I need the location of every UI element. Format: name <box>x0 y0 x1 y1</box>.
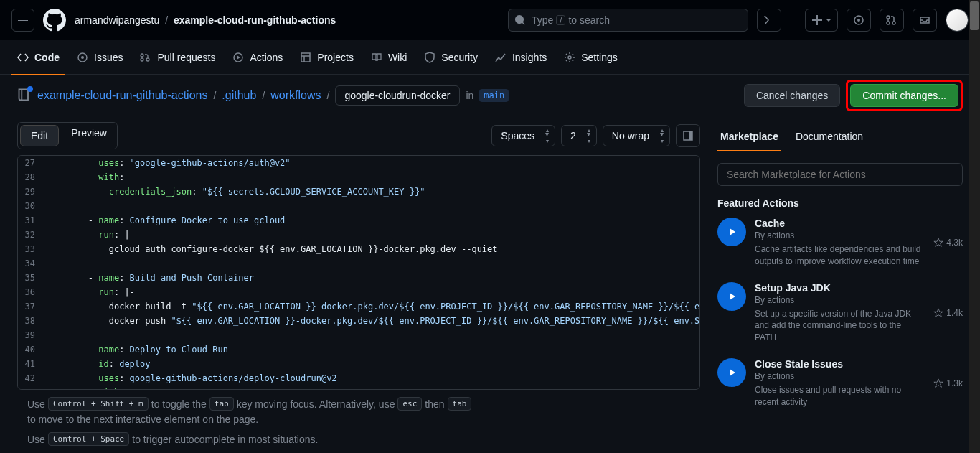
nav-actions[interactable]: Actions <box>227 46 288 69</box>
nav-settings[interactable]: Settings <box>558 46 623 69</box>
code-line[interactable]: 30 <box>18 199 699 213</box>
code-content[interactable]: uses: google-github-actions/deploy-cloud… <box>47 371 337 386</box>
cancel-button[interactable]: Cancel changes <box>744 84 840 107</box>
tab-preview[interactable]: Preview <box>61 123 117 149</box>
path-workflows[interactable]: workflows <box>270 89 321 102</box>
in-label: in <box>466 90 473 101</box>
search-icon <box>514 14 526 26</box>
help-line-1: UseControl + Shift + mto toggle thetabke… <box>17 390 700 432</box>
nav-issues[interactable]: Issues <box>71 46 128 69</box>
branch-badge[interactable]: main <box>479 89 509 102</box>
code-line[interactable]: 39 <box>18 328 699 342</box>
code-content[interactable]: - name: Deploy to Cloud Run <box>47 342 228 357</box>
nav-code[interactable]: Code <box>11 46 65 69</box>
action-desc: Cache artifacts like dependencies and bu… <box>755 243 925 268</box>
action-card[interactable]: Close Stale IssuesBy actionsClose issues… <box>717 358 963 408</box>
path-github[interactable]: .github <box>222 89 256 102</box>
code-line[interactable]: 40 - name: Deploy to Cloud Run <box>18 342 699 357</box>
chevron-down-icon <box>826 17 831 23</box>
nav-pull-requests[interactable]: Pull requests <box>134 46 221 69</box>
code-line[interactable]: 27 uses: "google-github-actions/auth@v2" <box>18 156 699 170</box>
global-header: armandwipangestu / example-cloud-run-git… <box>0 0 980 40</box>
indent-mode-select[interactable]: Spaces▴▾ <box>491 125 555 146</box>
tab-marketplace[interactable]: Marketplace <box>717 122 781 151</box>
inbox-button[interactable] <box>913 9 937 32</box>
code-line[interactable]: 34 <box>18 256 699 271</box>
code-content[interactable]: with: <box>47 170 124 185</box>
code-content[interactable]: id: deploy <box>47 357 151 371</box>
edit-preview-tabs: Edit Preview <box>17 122 118 149</box>
indent-size-select[interactable]: 2▴▾ <box>561 125 597 146</box>
toggle-panel-button[interactable] <box>676 124 700 147</box>
global-search[interactable]: Type / to search <box>508 9 748 32</box>
line-number: 28 <box>18 170 47 185</box>
code-content[interactable]: - name: Configure Docker to use gcloud <box>47 213 285 228</box>
action-stars: 4.3k <box>933 218 963 268</box>
code-content[interactable]: docker build -t "${{ env.GAR_LOCATION }}… <box>47 299 700 314</box>
nav-insights[interactable]: Insights <box>489 46 552 69</box>
code-line[interactable]: 37 docker build -t "${{ env.GAR_LOCATION… <box>18 299 699 314</box>
line-number: 37 <box>18 299 47 314</box>
code-content[interactable]: - name: Build and Push Container <box>47 271 254 285</box>
code-content[interactable]: with: <box>47 386 124 390</box>
commit-button[interactable]: Commit changes... <box>850 84 958 107</box>
pull-requests-button[interactable] <box>880 9 904 32</box>
plus-icon <box>811 14 823 26</box>
nav-projects[interactable]: Projects <box>294 46 359 69</box>
code-line[interactable]: 38 docker push "${{ env.GAR_LOCATION }}-… <box>18 314 699 328</box>
code-line[interactable]: 43 with: <box>18 386 699 390</box>
line-number: 41 <box>18 357 47 371</box>
nav-wiki[interactable]: Wiki <box>365 46 413 69</box>
action-author: By actions <box>755 230 925 240</box>
code-line[interactable]: 31 - name: Configure Docker to use gclou… <box>18 213 699 228</box>
page-scrollbar[interactable] <box>969 0 980 453</box>
line-number: 31 <box>18 213 47 228</box>
line-number: 39 <box>18 328 47 342</box>
command-palette-button[interactable] <box>757 9 781 32</box>
code-line[interactable]: 29 credentials_json: "${{ secrets.GCLOUD… <box>18 185 699 199</box>
repo-nav: Code Issues Pull requests Actions Projec… <box>0 40 980 75</box>
code-content[interactable]: gcloud auth configure-docker ${{ env.GAR… <box>47 242 498 256</box>
code-editor[interactable]: 27 uses: "google-github-actions/auth@v2"… <box>17 155 700 390</box>
line-number: 29 <box>18 185 47 199</box>
svg-rect-5 <box>301 53 310 62</box>
inbox-icon <box>919 14 930 26</box>
wrap-select[interactable]: No wrap▴▾ <box>603 125 670 146</box>
code-content[interactable]: run: |- <box>47 285 135 299</box>
user-avatar[interactable] <box>946 9 969 32</box>
tab-edit[interactable]: Edit <box>20 125 59 146</box>
github-logo-icon[interactable] <box>43 9 66 32</box>
play-icon <box>232 52 244 63</box>
action-stars: 1.4k <box>933 282 963 344</box>
path-repo[interactable]: example-cloud-run-github-actions <box>37 89 207 102</box>
issues-icon <box>77 52 88 63</box>
code-content[interactable]: uses: "google-github-actions/auth@v2" <box>47 156 291 170</box>
action-title: Setup Java JDK <box>755 282 925 294</box>
tab-documentation[interactable]: Documentation <box>793 122 866 151</box>
svg-rect-8 <box>689 131 692 140</box>
code-line[interactable]: 28 with: <box>18 170 699 185</box>
code-line[interactable]: 32 run: |- <box>18 228 699 242</box>
code-content[interactable]: run: |- <box>47 228 135 242</box>
line-number: 40 <box>18 342 47 357</box>
code-content[interactable]: docker push "${{ env.GAR_LOCATION }}-doc… <box>47 314 700 328</box>
code-line[interactable]: 42 uses: google-github-actions/deploy-cl… <box>18 371 699 386</box>
nav-security[interactable]: Security <box>418 46 484 69</box>
code-content[interactable]: credentials_json: "${{ secrets.GCLOUD_SE… <box>47 185 425 199</box>
action-desc: Close issues and pull requests with no r… <box>755 384 925 408</box>
code-line[interactable]: 33 gcloud auth configure-docker ${{ env.… <box>18 242 699 256</box>
graph-icon <box>495 52 507 63</box>
hamburger-menu[interactable] <box>11 9 34 32</box>
create-new-button[interactable] <box>805 9 838 32</box>
action-card[interactable]: Setup Java JDKBy actionsSet up a specifi… <box>717 282 963 344</box>
repo-link[interactable]: example-cloud-run-github-actions <box>174 14 336 26</box>
issues-button[interactable] <box>847 9 871 32</box>
marketplace-search-input[interactable] <box>717 163 963 186</box>
play-icon <box>717 358 746 387</box>
code-line[interactable]: 35 - name: Build and Push Container <box>18 271 699 285</box>
code-line[interactable]: 41 id: deploy <box>18 357 699 371</box>
code-line[interactable]: 36 run: |- <box>18 285 699 299</box>
owner-link[interactable]: armandwipangestu <box>75 14 159 26</box>
action-card[interactable]: CacheBy actionsCache artifacts like depe… <box>717 218 963 268</box>
filename-input[interactable] <box>335 85 460 106</box>
